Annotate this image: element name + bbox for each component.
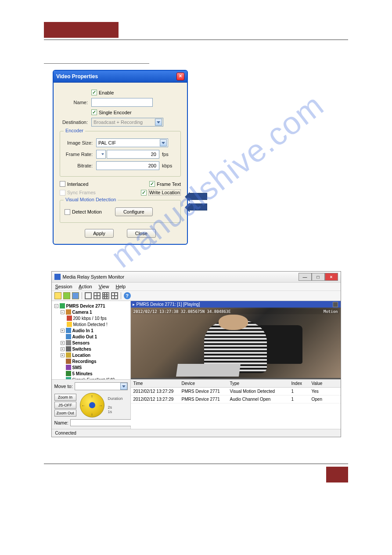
tree-audio-out[interactable]: Audio Out 1 xyxy=(72,334,97,339)
expand-icon[interactable]: + xyxy=(61,353,65,357)
video-overlay-text: 2012/02/12 13:27:38 32.085675N 34.804863… xyxy=(133,309,339,314)
joystick-center[interactable] xyxy=(89,402,95,408)
motion-icon xyxy=(67,322,72,327)
arrow-write-location xyxy=(189,203,207,210)
image-size-select[interactable]: PAL CIF xyxy=(96,138,168,147)
name-label: Name: xyxy=(60,100,91,105)
minimize-icon[interactable]: — xyxy=(298,273,312,281)
col-time[interactable]: Time xyxy=(131,380,179,387)
table-row[interactable]: 2012/02/12 13:27:29 PMRS Device 2771 Vis… xyxy=(131,388,341,395)
joystick-control[interactable]: ↑ ↓ ← → xyxy=(80,393,104,417)
bitrate-label: Bitrate: xyxy=(65,163,96,168)
layout-9-icon[interactable] xyxy=(102,292,109,299)
moveto-select[interactable] xyxy=(75,382,128,390)
name-input[interactable] xyxy=(91,98,153,107)
moveto-label: Move to: xyxy=(54,384,73,389)
write-location-checkbox[interactable] xyxy=(141,190,147,196)
tree-signal[interactable]: Signal: Excellent (649 xyxy=(72,377,115,380)
tree-sensors[interactable]: Sensors xyxy=(72,341,90,345)
tree-recordings[interactable]: Recordings xyxy=(72,359,97,364)
tree-rate[interactable]: 200 kbps / 10 fps xyxy=(73,316,107,321)
app-icon xyxy=(54,274,61,280)
col-index[interactable]: Index xyxy=(289,380,309,387)
tree-minutes[interactable]: 5 Minutes xyxy=(72,371,93,376)
menu-session[interactable]: SSessionession xyxy=(55,284,72,289)
expand-icon[interactable]: + xyxy=(61,329,65,333)
expand-icon[interactable]: + xyxy=(61,347,65,351)
tree-location[interactable]: Location xyxy=(72,353,91,358)
js-off-button[interactable]: JS-OFF xyxy=(54,402,76,409)
zoom-out-button[interactable]: Zoom Out xyxy=(54,410,76,417)
layout-1-icon[interactable] xyxy=(85,292,92,299)
vmd-fieldset: Visual Motion Detection Detect Motion Co… xyxy=(60,200,181,223)
expand-icon[interactable]: − xyxy=(61,310,65,314)
enable-checkbox[interactable] xyxy=(91,90,97,95)
recording-icon xyxy=(66,359,71,364)
bitrate-input[interactable] xyxy=(96,161,159,170)
key-icon[interactable] xyxy=(54,292,61,299)
video-panel: ▸ PMRS Device 2771: [1] [Playing] 2012/0… xyxy=(131,301,341,379)
expand-icon[interactable]: − xyxy=(54,304,58,308)
frame-text-checkbox[interactable] xyxy=(149,181,155,187)
chevron-down-icon[interactable] xyxy=(120,383,127,390)
monitor-title: Media Relay System Monitor xyxy=(63,274,125,279)
footer-red-block xyxy=(326,467,348,482)
vmd-legend: Visual Motion Detection xyxy=(64,197,118,202)
switch-icon xyxy=(66,346,71,352)
write-location-label: Write Location xyxy=(148,189,181,196)
close-icon[interactable]: × xyxy=(325,273,338,281)
rate-icon xyxy=(67,316,72,321)
video-frame[interactable] xyxy=(131,308,341,378)
chevron-down-icon[interactable] xyxy=(160,139,167,146)
image-size-label: Image Size: xyxy=(65,140,96,145)
zoom-in-button[interactable]: Zoom In xyxy=(54,394,76,401)
menu-view[interactable]: View xyxy=(99,284,109,289)
chevron-down-icon xyxy=(155,119,162,126)
close-icon[interactable]: × xyxy=(176,73,184,80)
tree-motion[interactable]: Motion Detected ! xyxy=(73,322,108,327)
single-encoder-checkbox[interactable] xyxy=(91,109,97,115)
camera-icon xyxy=(66,309,71,315)
statusbar: Connected xyxy=(52,429,341,437)
frame-rate-preset-select[interactable] xyxy=(96,150,106,159)
monitor-window: Media Relay System Monitor — □ × SSessio… xyxy=(51,271,341,437)
apply-button[interactable]: Apply xyxy=(85,229,114,238)
frame-rate-input[interactable] xyxy=(107,150,159,159)
device-icon xyxy=(60,303,65,308)
col-device[interactable]: Device xyxy=(179,380,227,387)
disk-icon[interactable] xyxy=(333,302,338,307)
head-shape xyxy=(219,315,248,330)
close-button[interactable]: Close xyxy=(127,229,156,238)
laptop-shape xyxy=(176,364,241,377)
tree-camera[interactable]: Camera 1 xyxy=(72,310,92,315)
layout-4-icon[interactable] xyxy=(94,292,101,299)
device-tree[interactable]: −PMRS Device 2771 −Camera 1 200 kbps / 1… xyxy=(52,301,131,379)
destination-select: Broadcast + Recording xyxy=(91,118,163,127)
help-icon[interactable]: ? xyxy=(124,292,131,299)
detect-motion-label: Detect Motion xyxy=(72,209,102,214)
menu-action[interactable]: Action xyxy=(79,284,92,289)
interlaced-checkbox[interactable] xyxy=(60,181,65,187)
bulb-icon[interactable] xyxy=(63,292,70,299)
fps-unit: fps xyxy=(162,152,169,157)
interlaced-label: Interlaced xyxy=(67,181,88,187)
col-type[interactable]: Type xyxy=(227,380,289,387)
configure-button[interactable]: Configure xyxy=(115,207,153,216)
tree-audio-in[interactable]: Audio In 1 xyxy=(72,328,94,333)
event-header: Time Device Type Index Value xyxy=(131,380,341,388)
tree-sms[interactable]: SMS xyxy=(72,365,82,370)
tree-switches[interactable]: Switches xyxy=(72,347,91,352)
table-row[interactable]: 2012/02/12 13:27:29 PMRS Device 2771 Aud… xyxy=(131,395,341,403)
col-value[interactable]: Value xyxy=(309,380,328,387)
save-icon[interactable] xyxy=(72,292,79,299)
duration-label: Duration xyxy=(108,396,123,401)
detect-motion-checkbox[interactable] xyxy=(65,209,70,215)
dialog-titlebar: Video Properties × xyxy=(54,71,187,83)
signal-icon xyxy=(66,377,71,379)
maximize-icon[interactable]: □ xyxy=(312,273,325,281)
menu-help[interactable]: Help xyxy=(115,284,126,289)
ptz-name-label: Name: xyxy=(54,420,68,425)
layout-alt-icon[interactable] xyxy=(111,292,118,299)
tree-device[interactable]: PMRS Device 2771 xyxy=(66,304,105,308)
expand-icon[interactable]: + xyxy=(61,341,65,345)
